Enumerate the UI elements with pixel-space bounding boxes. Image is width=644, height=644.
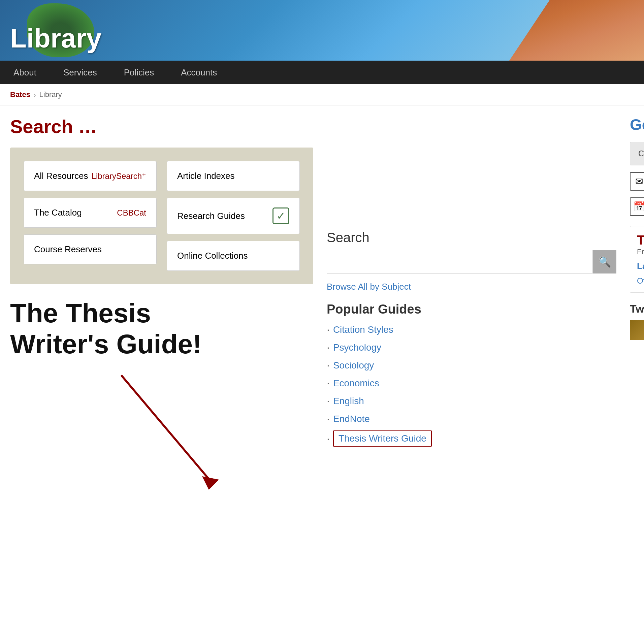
browse-all-link[interactable]: Browse All by Subject [327, 282, 616, 292]
annotation-text: The ThesisWriter's Guide! [10, 298, 202, 360]
guide-item-thesis: Thesis Writers Guide [327, 430, 616, 447]
today-section: Today' Friday, Jar Ladd Library Other de… [630, 226, 644, 293]
endnote-link[interactable]: EndNote [333, 414, 370, 424]
catalog-label: The Catalog [34, 207, 82, 218]
all-resources-label: All Resources [34, 171, 88, 181]
breadcrumb-library: Library [39, 90, 62, 99]
search-label: Search [327, 230, 616, 245]
economics-link[interactable]: Economics [333, 378, 379, 389]
left-search-buttons: All Resources LibrarySearch⁺ The Catalog… [24, 161, 157, 271]
email-help-item: ✉ Em [630, 172, 644, 191]
tweets-section: Tweets Bates @Bate Congrats to # Kathryn… [630, 303, 644, 361]
article-indexes-label: Article Indexes [177, 171, 235, 181]
catalog-button[interactable]: The Catalog CBBCat [24, 198, 157, 228]
breadcrumb: Bates › Library [0, 84, 644, 105]
nav-bar: About Services Policies Accounts [0, 61, 644, 84]
svg-marker-1 [202, 476, 219, 490]
nav-services[interactable]: Services [60, 65, 100, 80]
guide-item-psychology: Psychology [327, 341, 616, 354]
site-title: Library [10, 23, 101, 54]
annotation-arrow [10, 368, 313, 503]
course-reserves-label: Course Reserves [34, 244, 102, 255]
tweet-avatar [630, 320, 644, 340]
breadcrumb-separator: › [34, 91, 36, 99]
today-heading: Today' [637, 233, 644, 248]
article-indexes-button[interactable]: Article Indexes [167, 161, 300, 191]
guide-item-citation: Citation Styles [327, 323, 616, 336]
research-guides-label: Research Guides [177, 211, 245, 221]
nav-about[interactable]: About [10, 65, 40, 80]
cbbcat-link[interactable]: CBBCat [117, 208, 146, 218]
all-resources-button[interactable]: All Resources LibrarySearch⁺ [24, 161, 157, 191]
header-banner: Library [0, 0, 644, 61]
guide-item-sociology: Sociology [327, 359, 616, 372]
other-desks-link[interactable]: Other desk [637, 276, 644, 285]
search-icon: 🔍 [599, 256, 611, 268]
tweets-heading: Tweets [630, 303, 644, 315]
guide-item-endnote: EndNote [327, 413, 616, 425]
thesis-writers-guide-link[interactable]: Thesis Writers Guide [333, 430, 432, 447]
right-column: Get He Chat is off ✉ Em 📅 M Today' Frida… [630, 116, 644, 503]
middle-column: Search 🔍 Browse All by Subject Popular G… [327, 116, 616, 503]
library-search-link[interactable]: LibrarySearch⁺ [92, 171, 146, 181]
guide-item-english: English [327, 395, 616, 407]
today-date: Friday, Jar [637, 248, 644, 256]
guides-search-area: Search 🔍 Browse All by Subject Popular G… [327, 230, 616, 447]
nav-accounts[interactable]: Accounts [178, 65, 220, 80]
citation-styles-link[interactable]: Citation Styles [333, 324, 393, 335]
course-reserves-button[interactable]: Course Reserves [24, 234, 157, 264]
psychology-link[interactable]: Psychology [333, 342, 381, 353]
search-heading: Search … [10, 116, 313, 137]
calendar-help-item: 📅 M [630, 197, 644, 216]
annotation-area: The ThesisWriter's Guide! [10, 284, 313, 503]
english-link[interactable]: English [333, 396, 364, 407]
tweet-item: Bates @Bate Congrats to # Kathryn Ailes … [630, 320, 644, 361]
research-guides-button[interactable]: Research Guides ✓ [167, 198, 300, 234]
nav-policies[interactable]: Policies [121, 65, 158, 80]
popular-guides-list: Citation Styles Psychology Sociology Eco… [327, 323, 616, 447]
breadcrumb-bates[interactable]: Bates [10, 90, 30, 99]
search-box-row: 🔍 [327, 250, 616, 273]
online-collections-label: Online Collections [177, 251, 248, 261]
guide-search-input[interactable] [327, 250, 593, 273]
left-column: Search … All Resources LibrarySearch⁺ Th… [10, 116, 313, 503]
chat-button[interactable]: Chat is off [630, 142, 644, 165]
get-help-heading: Get He [630, 116, 644, 134]
checkmark-icon: ✓ [272, 207, 289, 224]
sociology-link[interactable]: Sociology [333, 360, 374, 371]
svg-line-0 [121, 375, 212, 483]
search-container: All Resources LibrarySearch⁺ The Catalog… [10, 148, 313, 284]
search-go-button[interactable]: 🔍 [593, 250, 616, 273]
online-collections-button[interactable]: Online Collections [167, 241, 300, 271]
location-link[interactable]: Ladd Library [637, 261, 644, 271]
main-content: Search … All Resources LibrarySearch⁺ Th… [0, 105, 644, 513]
guide-item-economics: Economics [327, 377, 616, 389]
email-icon: ✉ [630, 172, 644, 191]
popular-guides-heading: Popular Guides [327, 302, 616, 317]
calendar-icon: 📅 [630, 197, 644, 216]
right-search-options: Article Indexes Research Guides ✓ Online… [167, 161, 300, 271]
